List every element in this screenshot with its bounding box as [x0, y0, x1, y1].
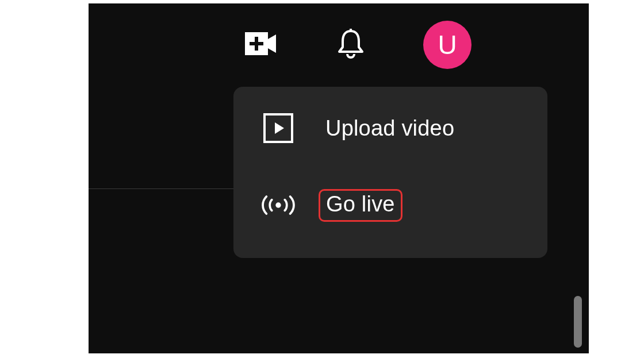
vertical-scrollbar[interactable] [574, 296, 582, 348]
svg-rect-2 [250, 42, 263, 45]
avatar-letter: U [438, 29, 457, 60]
notifications-button[interactable] [334, 28, 368, 62]
live-broadcast-icon [261, 188, 296, 222]
play-box-icon [261, 111, 296, 145]
menu-item-label: Go live [319, 189, 402, 222]
create-button[interactable] [244, 28, 278, 62]
menu-item-go-live[interactable]: Go live [233, 187, 547, 224]
topbar: U [89, 22, 589, 68]
menu-item-label: Upload video [325, 116, 454, 141]
svg-point-5 [275, 202, 281, 207]
avatar[interactable]: U [423, 21, 471, 69]
create-menu: Upload video Go live [233, 87, 547, 258]
bell-icon [337, 28, 365, 62]
menu-item-upload-video[interactable]: Upload video [233, 110, 547, 147]
create-video-icon [245, 32, 277, 57]
app-panel: U Upload video Go [89, 3, 589, 353]
sidebar-divider [89, 188, 236, 189]
